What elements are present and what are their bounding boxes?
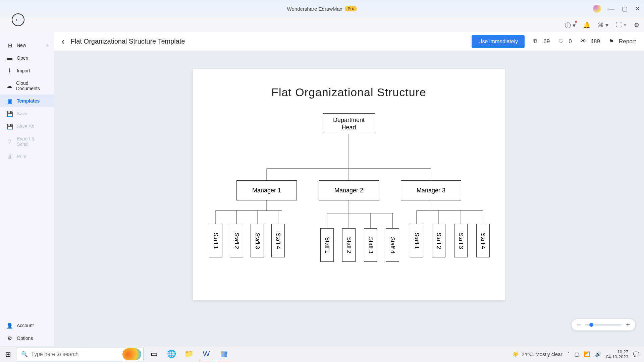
taskbar: ⊞ 🔍 Type here to search ▭ 🌐 📁 W ▦ ☀️ 24°…	[0, 346, 644, 362]
word-icon[interactable]: W	[199, 347, 213, 361]
sidebar-item-open[interactable]: ▬ Open	[0, 52, 54, 64]
node-label: Staff 1	[413, 233, 420, 249]
node-staff[interactable]: Staff 2	[432, 224, 445, 257]
canvas[interactable]: Flat Organizational Structure	[193, 69, 505, 300]
bell-icon[interactable]: 🔔	[583, 21, 590, 29]
views-count: 489	[591, 38, 600, 45]
sidebar-item-export[interactable]: ⇪ Export & Send	[0, 133, 54, 150]
minimize-button[interactable]: —	[608, 5, 614, 12]
flag-icon: ⚑	[609, 38, 616, 45]
sidebar-label: Cloud Documents	[16, 80, 47, 91]
node-manager-1[interactable]: Manager 1	[236, 180, 297, 200]
sidebar-item-import[interactable]: ⭳ Import	[0, 64, 54, 77]
zoom-thumb[interactable]	[589, 323, 593, 327]
zoom-out-button[interactable]: −	[577, 321, 581, 329]
start-button[interactable]: ⊞	[0, 346, 16, 362]
sidebar-item-print[interactable]: 🖨 Print	[0, 150, 54, 163]
pro-badge: Pro	[345, 6, 357, 11]
back-button[interactable]: ←	[12, 13, 24, 26]
report-button[interactable]: ⚑ Report	[609, 38, 636, 45]
copies-count: 69	[543, 38, 550, 45]
chevron-left-icon[interactable]: ‹	[62, 36, 65, 47]
node-label: Staff 1	[324, 237, 330, 253]
apps-icon[interactable]: ⌘ ▾	[598, 21, 608, 29]
notifications-icon[interactable]: 💬	[633, 351, 639, 357]
node-staff[interactable]: Staff 4	[476, 224, 490, 257]
header-actions: Use immediately ⧉ 69 ♡ 0 👁 489 ⚑ Report	[472, 35, 636, 48]
node-staff[interactable]: Staff 3	[454, 224, 468, 257]
explorer-icon[interactable]: 📁	[182, 347, 196, 361]
sidebar-label: New	[17, 43, 26, 48]
node-staff[interactable]: Staff 3	[251, 224, 264, 257]
node-staff[interactable]: Staff 4	[271, 224, 285, 257]
options-icon: ⚙	[7, 335, 13, 341]
node-label: Manager 2	[334, 187, 363, 194]
volume-icon[interactable]: 🔊	[595, 351, 601, 357]
weather-desc: Mostly clear	[535, 351, 562, 357]
search-icon: 🔍	[21, 351, 28, 357]
avatar[interactable]	[593, 5, 601, 13]
taskview-icon[interactable]: ▭	[147, 347, 161, 361]
node-staff[interactable]: Staff 3	[364, 228, 377, 262]
system-tray: ☀️ 24°C Mostly clear ˄ ▢ 📶 🔊 10:27 04-10…	[513, 349, 644, 359]
node-staff[interactable]: Staff 2	[230, 224, 243, 257]
close-button[interactable]: ✕	[635, 5, 640, 12]
save-icon: 💾	[7, 111, 13, 117]
titlebar: Wondershare EdrawMax Pro — ▢ ✕	[0, 0, 644, 17]
node-staff[interactable]: Staff 1	[410, 224, 423, 257]
window-controls: — ▢ ✕	[593, 5, 640, 13]
wifi-icon[interactable]: 📶	[584, 351, 590, 357]
folder-icon: ▬	[7, 55, 13, 61]
zoom-slider[interactable]	[585, 324, 622, 325]
zoom-in-button[interactable]: +	[626, 321, 630, 329]
sidebar-label: Save	[17, 111, 28, 116]
content-area: ‹ Flat Organizational Structure Template…	[54, 32, 644, 349]
node-manager-3[interactable]: Manager 3	[401, 180, 461, 200]
edge-icon[interactable]: 🌐	[164, 347, 178, 361]
node-staff[interactable]: Staff 4	[386, 228, 399, 262]
gift-icon[interactable]: ⛶ ▾	[616, 21, 627, 29]
node-label: Staff 2	[435, 233, 442, 249]
copies-stat[interactable]: ⧉ 69	[533, 38, 550, 45]
views-stat[interactable]: 👁 489	[581, 38, 600, 45]
sidebar-item-saveas[interactable]: 💾 Save As	[0, 120, 54, 133]
node-label: Manager 1	[252, 187, 281, 194]
node-label: Staff 2	[233, 233, 240, 249]
onedrive-icon[interactable]: ▢	[575, 351, 579, 357]
use-immediately-button[interactable]: Use immediately	[472, 35, 525, 48]
clock[interactable]: 10:27 04-10-2023	[606, 349, 629, 359]
sidebar-item-save[interactable]: 💾 Save	[0, 107, 54, 120]
sidebar: ⊞ New + ▬ Open ⭳ Import ☁ Cloud Document…	[0, 32, 54, 349]
copy-icon: ⧉	[533, 38, 541, 45]
sidebar-item-account[interactable]: 👤 Account	[0, 319, 54, 332]
sidebar-item-new[interactable]: ⊞ New +	[0, 39, 54, 52]
saveas-icon: 💾	[7, 123, 13, 129]
node-staff[interactable]: Staff 1	[209, 224, 222, 257]
sidebar-label: Print	[17, 154, 26, 159]
eye-icon: 👁	[581, 38, 588, 45]
likes-stat[interactable]: ♡ 0	[558, 38, 572, 45]
app-title: Wondershare EdrawMax Pro	[287, 6, 357, 12]
sidebar-label: Open	[17, 55, 28, 61]
tray-chevron-icon[interactable]: ˄	[567, 351, 570, 357]
account-icon: 👤	[7, 322, 13, 328]
gear-icon[interactable]: ⚙	[634, 21, 639, 29]
taskbar-search[interactable]: 🔍 Type here to search	[16, 348, 144, 361]
likes-count: 0	[569, 38, 572, 45]
plus-icon[interactable]: +	[45, 42, 49, 49]
search-placeholder: Type here to search	[31, 351, 78, 357]
sidebar-item-templates[interactable]: ▣ Templates	[0, 95, 54, 107]
sidebar-item-options[interactable]: ⚙ Options	[0, 332, 54, 345]
sidebar-item-cloud[interactable]: ☁ Cloud Documents	[0, 77, 54, 95]
node-staff[interactable]: Staff 2	[342, 228, 356, 262]
zoom-control[interactable]: − +	[572, 319, 635, 330]
node-label: Staff 4	[275, 233, 281, 249]
node-manager-2[interactable]: Manager 2	[319, 180, 379, 200]
help-icon[interactable]: ⓘ ▾	[565, 21, 576, 29]
node-department-head[interactable]: Department Head	[323, 113, 375, 134]
weather-widget[interactable]: ☀️ 24°C Mostly clear	[513, 351, 562, 357]
edrawmax-icon[interactable]: ▦	[217, 347, 231, 361]
node-label: Staff 2	[345, 237, 352, 253]
maximize-button[interactable]: ▢	[622, 5, 628, 12]
node-staff[interactable]: Staff 1	[320, 228, 334, 262]
